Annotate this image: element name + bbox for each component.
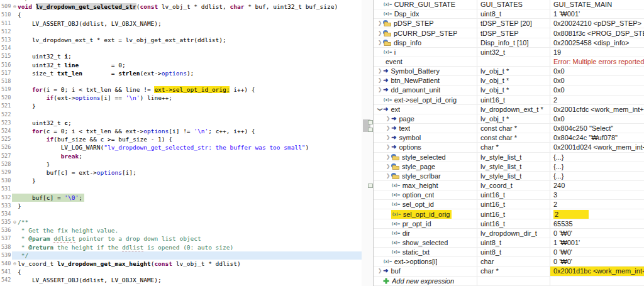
code-editor[interactable]: 508 */509⊖void lv_dropdown_get_selected_… [0,0,362,286]
expression-name-cell[interactable]: (x)=max_height [374,181,477,190]
expression-row[interactable]: ❯style_pagelv_style_list_t{...} [374,162,644,172]
expression-type-cell[interactable]: lv_obj_t * [477,67,550,75]
code-line[interactable]: 518 [0,77,362,85]
expression-type-cell[interactable]: lv_obj_t * [477,76,550,85]
expression-type-cell[interactable]: char * [477,143,550,151]
expression-value-cell[interactable]: 0x2001d1bc <work_mem_int+ [550,267,644,275]
code-line[interactable]: 533} [0,202,362,210]
expression-name-cell[interactable]: ❯style_selected [374,153,477,162]
expression-value-cell[interactable] [550,277,644,285]
expression-type-cell[interactable]: lv_style_list_t [477,153,550,162]
code-line[interactable]: 523 uint32_t c; [0,119,362,127]
expression-row[interactable]: ❯➜extlv_dropdown_ext_t *0x2001cfdc <work… [374,105,644,114]
add-new-expression-row[interactable]: Add new expression [374,277,644,286]
expand-chevron-icon[interactable]: ❯ [377,106,383,113]
expression-type-cell[interactable]: lv_coord_t [477,181,550,190]
expression-row[interactable]: ❯disp_infoDisp_info_t [10]0x20025458 <di… [374,38,644,48]
expand-chevron-icon[interactable]: ❯ [377,30,383,36]
code-line[interactable]: 517 size_t txt_len = strlen(ext->options… [0,69,362,77]
expression-value-cell[interactable]: 0x0 [550,76,644,85]
expression-type-cell[interactable]: lv_dropdown_dir_t [477,229,550,238]
expression-row[interactable]: ❯➜Symbol_Batterylv_obj_t *0x0 [374,67,644,76]
code-line[interactable]: 540⊖lv_coord_t lv_dropdown_get_max_heigh… [0,260,362,268]
expression-type-cell[interactable]: uint16_t [477,96,550,104]
expression-type-cell[interactable]: lv_style_list_t [477,172,550,180]
expression-name-cell[interactable]: (x)=Dsp_idx [374,9,477,18]
expression-name-cell[interactable]: ❯style_page [374,162,477,171]
expression-type-cell[interactable] [477,277,550,285]
expression-row[interactable]: ❯➜dd_amount_unitlv_obj_t *0x0 [374,85,644,95]
expression-name-cell[interactable]: ❯➜ext [374,105,477,114]
expression-type-cell[interactable]: uint16_t [477,200,550,209]
expression-value-cell[interactable]: 0x804c250 "Select" [550,124,644,133]
expand-chevron-icon[interactable]: ❯ [385,135,391,141]
expression-row[interactable]: ❯pCURR_DSP_STEPtDSP_STEP0x8081f3c <PROG_… [374,28,644,38]
expression-name-cell[interactable]: (x)=static_txt [374,248,477,256]
code-line[interactable]: 536 * Get the fix height value. [0,226,362,234]
fold-icon[interactable]: ⊖ [12,3,18,11]
expression-row[interactable]: (x)=max_heightlv_coord_t240 [374,181,644,190]
fold-icon[interactable]: ⊖ [12,260,18,268]
expand-chevron-icon[interactable]: ❯ [377,20,383,26]
expand-chevron-icon[interactable]: ❯ [377,40,383,46]
expression-type-cell[interactable]: uint8_t [477,9,550,18]
expression-name-cell[interactable]: (x)=CURR_GUI_STATE [374,0,477,9]
expression-name-cell[interactable]: ❯disp_info [374,38,477,47]
code-line[interactable]: 538 * @return the height if the ddlist i… [0,243,362,251]
code-line[interactable]: 527 break; [0,152,362,160]
code-line[interactable]: 520 if(ext->options[i] == '\n') line++; [0,94,362,102]
expression-value-cell[interactable]: 1 '₩001' [550,238,644,247]
expression-name-cell[interactable]: ❯➜buf [374,267,477,275]
expression-value-cell[interactable]: 0x0 [550,67,644,75]
expression-name-cell[interactable]: Add new expression [374,277,477,285]
expression-type-cell[interactable]: const char * [477,124,550,133]
expression-value-cell[interactable]: Error: Multiple errors reported. [550,57,644,66]
expression-row[interactable]: ❯➜btn_NewPatientlv_obj_t *0x0 [374,76,644,85]
code-line[interactable]: 537 * @param ddlist pointer to a drop do… [0,234,362,243]
expression-value-cell[interactable]: 2 [550,200,644,209]
expression-name-cell[interactable]: (x)=ext->sel_opt_id_orig [374,96,477,104]
expression-value-cell[interactable]: {...} [550,172,644,180]
expression-row[interactable]: ❯pDSP_STEPtDSP_STEP [20]0x20024210 <pDSP… [374,19,644,28]
code-line[interactable]: 522 [0,111,362,119]
expression-value-cell[interactable]: 0x2001d024 <work_mem_int+ [550,143,644,151]
expression-row[interactable]: eventError: Multiple errors reported. [374,57,644,67]
expression-value-cell[interactable]: 0x8081f3c <PROG_DSP_STEP> [550,28,644,37]
code-line[interactable]: 528 } [0,160,362,168]
code-line[interactable]: 524 for(c = 0; i < txt_len && ext->optio… [0,127,362,135]
expression-name-cell[interactable]: (x)=sel_opt_id_orig [374,209,477,218]
code-line[interactable]: 511 LV_ASSERT_OBJ(ddlist, LV_OBJX_NAME); [0,19,362,28]
expression-row[interactable]: (x)=iuint32_t19 [374,48,644,57]
expression-type-cell[interactable]: Disp_info_t [10] [477,38,550,47]
expression-name-cell[interactable]: ❯➜btn_NewPatient [374,76,477,85]
expression-row[interactable]: ❯➜bufchar *0x2001d1bc <work_mem_int+ [374,267,644,276]
expression-row[interactable]: ❯➜symbolconst char *0x804c24c "₩uf078" [374,133,644,143]
expand-chevron-icon[interactable]: ❯ [385,154,391,160]
expression-value-cell[interactable]: 0x20024210 <pDSP_STEP> [550,19,644,28]
expression-value-cell[interactable]: 0x804c24c "₩uf078" [550,133,644,142]
expression-row[interactable]: (x)=ext->sel_opt_id_origuint16_t2 [374,96,644,105]
expression-row[interactable]: (x)=sel_opt_id_origuint16_t2 [374,209,644,219]
expression-type-cell[interactable]: char [477,257,550,266]
expression-row[interactable]: (x)=static_txtuint8_t0 '₩0' [374,248,644,257]
expression-row[interactable]: (x)=Dsp_idxuint8_t1 '₩001' [374,9,644,19]
code-line[interactable]: 515 uint32_t i; [0,52,362,60]
expression-value-cell[interactable]: 0 '₩0' [550,248,644,256]
expression-type-cell[interactable]: lv_obj_t * [477,85,550,94]
expression-row[interactable]: (x)=CURR_GUI_STATEGUI_STATESGUI_STATE_MA… [374,0,644,9]
expression-name-cell[interactable]: (x)=pr_opt_id [374,219,477,228]
expression-value-cell[interactable]: {...} [550,162,644,171]
expression-type-cell[interactable]: uint16_t [477,190,550,199]
expression-name-cell[interactable]: ❯style_scrlbar [374,172,477,180]
code-line[interactable]: 541{ [0,268,362,276]
expand-chevron-icon[interactable]: ❯ [385,125,391,131]
code-line[interactable]: 532 buf[c] = '\0'; [0,194,362,202]
expression-type-cell[interactable]: uint16_t [477,209,550,218]
expression-row[interactable]: (x)=ext->options[i]char0 '₩0' [374,257,644,267]
expression-name-cell[interactable]: (x)=i [374,48,477,57]
expression-name-cell[interactable]: (x)=ext->options[i] [374,257,477,266]
expression-value-cell[interactable]: 0x2001cfdc <work_mem_int+3 [550,105,644,114]
overview-marker[interactable] [368,128,373,132]
expression-row[interactable]: ❯➜textconst char *0x804c250 "Select" [374,124,644,133]
expression-type-cell[interactable]: tDSP_STEP [477,28,550,37]
